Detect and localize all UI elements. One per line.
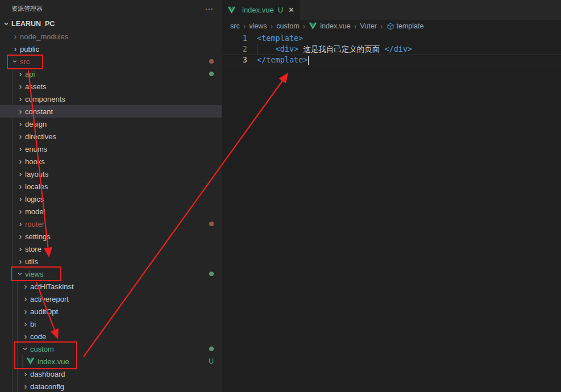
tree-item-views[interactable]: ›views bbox=[0, 268, 222, 280]
tree-item-components[interactable]: ›components bbox=[0, 93, 222, 105]
tree-item-label: index.vue bbox=[38, 357, 69, 366]
chevron-right-icon: › bbox=[16, 107, 25, 116]
code-text: <template> bbox=[247, 33, 303, 44]
chevron-right-icon: › bbox=[16, 82, 25, 91]
code-line-2[interactable]: 2 <div> 这是我自己定义的页面 </div> bbox=[222, 44, 561, 55]
explorer-header: 资源管理器 ⋯ bbox=[0, 0, 222, 18]
code-token bbox=[257, 44, 276, 53]
tree-item-settings[interactable]: ›settings bbox=[0, 230, 222, 243]
tree-item-assets[interactable]: ›assets bbox=[0, 80, 222, 93]
tree-item-design[interactable]: ›design bbox=[0, 118, 222, 130]
chevron-right-icon: › bbox=[21, 282, 30, 291]
chevron-right-icon: › bbox=[21, 294, 30, 303]
chevron-right-icon: › bbox=[16, 94, 25, 103]
file-tree: ›node_modules›public›src›api›assets›comp… bbox=[0, 30, 222, 392]
chevron-right-icon: › bbox=[16, 119, 25, 128]
tree-item-label: views bbox=[25, 270, 44, 278]
tree-item-directives[interactable]: ›directives bbox=[0, 130, 222, 143]
chevron-right-icon: › bbox=[21, 369, 30, 378]
tree-item-enums[interactable]: ›enums bbox=[0, 143, 222, 155]
chevron-right-icon: › bbox=[21, 319, 30, 328]
tree-item-label: dashboard bbox=[30, 370, 65, 378]
vscode-window: 资源管理器 ⋯ › LEARUN_PC ›node_modules›public… bbox=[0, 0, 561, 392]
vue-icon bbox=[227, 6, 236, 14]
chevron-right-icon: › bbox=[16, 219, 25, 228]
tree-item-label: public bbox=[20, 45, 39, 53]
editor-group: index.vue U ✕ src›views›custom›index.vue… bbox=[222, 0, 561, 392]
breadcrumb-separator-icon: › bbox=[303, 23, 306, 30]
tree-item-label: src bbox=[20, 57, 30, 66]
tree-item-label: code bbox=[30, 332, 46, 341]
tree-item-custom[interactable]: ›custom bbox=[0, 343, 222, 355]
code-line-3[interactable]: 3</template> bbox=[222, 55, 561, 65]
breadcrumb-separator-icon: › bbox=[243, 23, 246, 30]
tree-item-src[interactable]: ›src bbox=[0, 55, 222, 68]
tree-item-public[interactable]: ›public bbox=[0, 43, 222, 55]
breadcrumb-item-vuter[interactable]: Vuter bbox=[360, 22, 376, 30]
tree-item-label: api bbox=[25, 70, 35, 78]
code-editor[interactable]: 1<template>2 <div> 这是我自己定义的页面 </div>3</t… bbox=[222, 33, 561, 65]
chevron-right-icon: › bbox=[16, 132, 25, 141]
breadcrumb-separator-icon: › bbox=[271, 23, 273, 30]
chevron-down-icon: › bbox=[11, 57, 20, 66]
breadcrumb-label: custom bbox=[276, 22, 299, 30]
chevron-right-icon: › bbox=[21, 307, 30, 316]
tree-item-node-modules[interactable]: ›node_modules bbox=[0, 30, 222, 43]
more-actions-icon[interactable]: ⋯ bbox=[205, 6, 214, 12]
tree-item-router[interactable]: ›router bbox=[0, 218, 222, 230]
chevron-right-icon: › bbox=[16, 169, 25, 178]
tree-item-hooks[interactable]: ›hooks bbox=[0, 155, 222, 168]
code-token: </template> bbox=[257, 55, 307, 64]
tree-item-model[interactable]: ›model bbox=[0, 205, 222, 218]
breadcrumb-item-views[interactable]: views bbox=[249, 22, 267, 30]
breadcrumb-item-template[interactable]: template bbox=[387, 22, 424, 30]
tree-item-label: router bbox=[25, 220, 44, 228]
tree-item-locales[interactable]: ›locales bbox=[0, 180, 222, 193]
tree-item-logics[interactable]: ›logics bbox=[0, 193, 222, 205]
chevron-right-icon: › bbox=[21, 332, 30, 341]
tab-label: index.vue bbox=[242, 6, 274, 14]
tab-index-vue[interactable]: index.vue U ✕ bbox=[222, 0, 300, 20]
tree-item-utils[interactable]: ›utils bbox=[0, 255, 222, 268]
chevron-right-icon: › bbox=[16, 194, 25, 203]
code-token: <template> bbox=[257, 34, 303, 43]
breadcrumb-label: template bbox=[397, 22, 424, 30]
breadcrumb-label: views bbox=[249, 22, 267, 30]
tree-item-layouts[interactable]: ›layouts bbox=[0, 168, 222, 180]
tree-item-label: directives bbox=[25, 132, 56, 141]
tree-item-label: assets bbox=[25, 82, 47, 91]
tree-item-api[interactable]: ›api bbox=[0, 68, 222, 80]
breadcrumb-item-index-vue[interactable]: index.vue bbox=[309, 22, 351, 30]
code-token: 这是我自己定义的页面 bbox=[298, 44, 384, 53]
tree-item-activereport[interactable]: ›activereport bbox=[0, 293, 222, 305]
git-untracked-dot bbox=[209, 72, 214, 76]
tree-item-label: enums bbox=[25, 145, 47, 153]
tree-item-store[interactable]: ›store bbox=[0, 243, 222, 255]
chevron-down-icon: › bbox=[16, 269, 25, 278]
tree-item-constant[interactable]: ›constant bbox=[0, 105, 222, 118]
close-icon[interactable]: ✕ bbox=[288, 6, 294, 14]
tree-item-bi[interactable]: ›bi bbox=[0, 318, 222, 330]
tab-bar: index.vue U ✕ bbox=[222, 0, 561, 20]
code-token: <div> bbox=[276, 44, 299, 53]
tree-item-label: custom bbox=[30, 345, 54, 353]
tree-item-code[interactable]: ›code bbox=[0, 330, 222, 343]
tree-item-label: logics bbox=[25, 195, 44, 203]
tree-item-index-vue[interactable]: index.vueU bbox=[0, 355, 222, 368]
breadcrumb-item-custom[interactable]: custom bbox=[276, 22, 299, 30]
tree-item-dataconfig[interactable]: ›dataconfig bbox=[0, 380, 222, 392]
tree-item-auditopt[interactable]: ›auditOpt bbox=[0, 305, 222, 318]
tree-root-learun-pc[interactable]: › LEARUN_PC bbox=[0, 18, 222, 30]
breadcrumb-separator-icon: › bbox=[380, 23, 383, 30]
line-number: 2 bbox=[222, 44, 247, 55]
breadcrumb-separator-icon: › bbox=[354, 23, 357, 30]
chevron-right-icon: › bbox=[16, 69, 25, 78]
symbol-namespace-icon bbox=[387, 23, 394, 30]
tree-item-acthitaskinst[interactable]: ›actHiTaskinst bbox=[0, 280, 222, 293]
code-token: </div> bbox=[384, 44, 412, 53]
explorer-title: 资源管理器 bbox=[11, 5, 43, 13]
vue-icon bbox=[309, 22, 317, 30]
code-line-1[interactable]: 1<template> bbox=[222, 33, 561, 44]
breadcrumb-item-src[interactable]: src bbox=[230, 22, 240, 30]
tree-item-dashboard[interactable]: ›dashboard bbox=[0, 368, 222, 380]
